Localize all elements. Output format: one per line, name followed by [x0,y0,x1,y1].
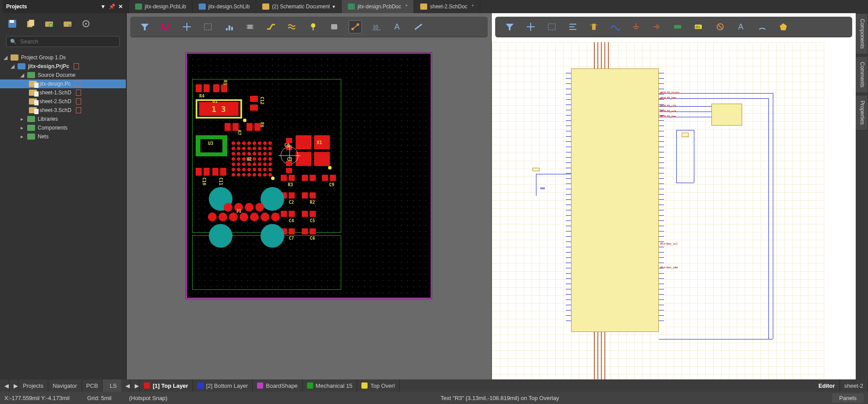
align-icon[interactable] [222,20,236,33]
layer-tab[interactable]: [2] Bottom Layer [193,379,253,392]
svg-rect-35 [592,24,596,30]
chevron-down-icon[interactable]: ▾ [332,4,335,10]
doc-tab[interactable]: sheet-2.SchDoc * [414,0,480,13]
split-editor-tab[interactable]: sheet-2 [840,379,868,392]
svg-rect-12 [226,28,228,30]
sch-text-icon[interactable]: A [735,20,748,33]
panel-close-icon[interactable]: ✕ [116,4,125,10]
schematic-pin [566,168,571,168]
sch-filter-icon[interactable] [503,20,516,33]
schematic-pin [566,189,571,189]
doc-tab-icon [420,4,427,10]
tree-folder[interactable]: ▸ Nets [0,132,126,141]
pad-icon[interactable] [328,20,341,33]
projects-search[interactable]: 🔍 [6,36,120,47]
filter-icon[interactable] [138,20,151,33]
sch-gnd-icon[interactable] [629,20,643,33]
net-icon[interactable] [349,20,362,33]
schematic-pin [659,273,664,274]
panel-tab[interactable]: Projects [18,379,48,392]
tree-project[interactable]: ◢ jitx-design.PrjPc [0,62,126,71]
doc-tab[interactable]: jitx-design.SchLib [193,0,256,13]
tree-file[interactable]: sheet-1.SchD [0,88,126,97]
tree-folder[interactable]: ▸ Libraries [0,115,126,123]
select-rect-icon[interactable] [201,20,214,33]
schematic-pin [659,252,664,252]
text-icon[interactable]: A [391,20,404,33]
right-tab[interactable]: Comments [856,56,868,93]
panel-menu-icon[interactable]: ▼ [99,4,107,10]
settings-icon[interactable] [80,18,92,30]
panel-tab[interactable]: Navigator [48,379,82,392]
layer-scroll-right-icon[interactable]: ▶ [130,379,139,392]
tree-group[interactable]: ◢ Project Group 1.Ds [0,53,126,62]
snap-icon[interactable] [159,20,172,33]
line-icon[interactable] [412,20,425,33]
layer-tab[interactable]: Top Overl [357,379,400,392]
right-tab[interactable]: Properties [856,95,868,130]
schematic-pin [566,294,571,295]
schematic-pin [659,220,664,221]
tree-folder-label: Libraries [38,116,58,122]
layer-tab[interactable]: Mechanical 15 [303,379,357,392]
layer-tab[interactable]: BoardShape [253,379,302,392]
schematic-pin [566,89,571,89]
tab-scroll-right-icon[interactable]: ▶ [9,379,18,392]
panel-tab[interactable]: PCB [82,379,103,392]
split-editor-tab[interactable]: Editor [814,379,840,392]
tree-file[interactable]: jitx-design.Pc [0,79,126,88]
tree-folder[interactable]: ▸ Components [0,123,126,132]
sch-align-icon[interactable] [566,20,579,33]
schematic-pin [566,289,571,289]
layer-set-button[interactable]: LS [103,379,121,392]
sch-net-icon[interactable] [672,20,685,33]
tree-file[interactable]: sheet-2.SchD [0,97,126,106]
sch-wire-icon[interactable] [608,20,622,33]
save-icon[interactable] [6,18,18,30]
schematic-canvas[interactable]: #SSLIO_trstn #SSLIO_tdo #SSLIO_clk #SSLI… [492,42,825,379]
search-input[interactable] [20,38,116,45]
layer-color-swatch [257,382,263,389]
right-tab[interactable]: Components [856,13,868,54]
doc-tab[interactable]: jitx-design.PcbLib [129,0,193,13]
sch-power-icon[interactable] [650,20,664,33]
schematic-pin [566,210,571,210]
sch-directive-icon[interactable]: D1 [693,20,706,33]
schematic-pin [659,131,664,131]
tab-scroll-left-icon[interactable]: ◀ [0,379,9,392]
schematic-pin [659,215,664,216]
route-icon[interactable] [264,20,278,33]
folder-search-icon[interactable] [43,18,55,30]
schematic-pin [659,115,664,115]
schematic-pin [566,105,571,105]
schematic-pin [659,147,664,147]
sch-select-icon[interactable] [545,20,558,33]
dimension-icon[interactable]: 10 [370,20,383,33]
sch-arc-icon[interactable] [756,20,769,33]
document-icon [29,98,37,105]
folder-settings-icon[interactable] [61,18,74,30]
layer-scroll-left-icon[interactable]: ◀ [121,379,130,392]
panels-button[interactable]: Panels [832,393,864,403]
folder-icon [27,116,35,122]
doc-tab[interactable]: jitx-design.PcbDoc * [342,0,414,13]
layer-tab[interactable]: [1] Top Layer [139,379,193,392]
sch-part-icon[interactable] [587,20,600,33]
schematic-pin [566,147,571,147]
pcb-canvas[interactable]: R4 R5 1 3 U1 C12 [186,53,432,299]
move-icon[interactable] [180,20,193,33]
schematic-pin [566,273,571,274]
tree-source-folder[interactable]: ◢ Source Docume [0,71,126,79]
sch-poly-icon[interactable] [777,20,790,33]
schematic-pin [566,78,571,79]
svg-point-25 [357,23,359,26]
diff-pair-icon[interactable] [286,20,299,33]
via-icon[interactable] [307,20,320,33]
panel-pin-icon[interactable]: 📌 [107,4,116,10]
tree-file[interactable]: sheet-3.SchD [0,106,126,115]
documents-icon[interactable] [25,18,37,30]
doc-tab[interactable]: (2) Schematic Document ▾ [256,0,342,13]
component-icon[interactable] [243,20,257,33]
sch-move-icon[interactable] [524,20,537,33]
sch-noerr-icon[interactable] [714,20,727,33]
